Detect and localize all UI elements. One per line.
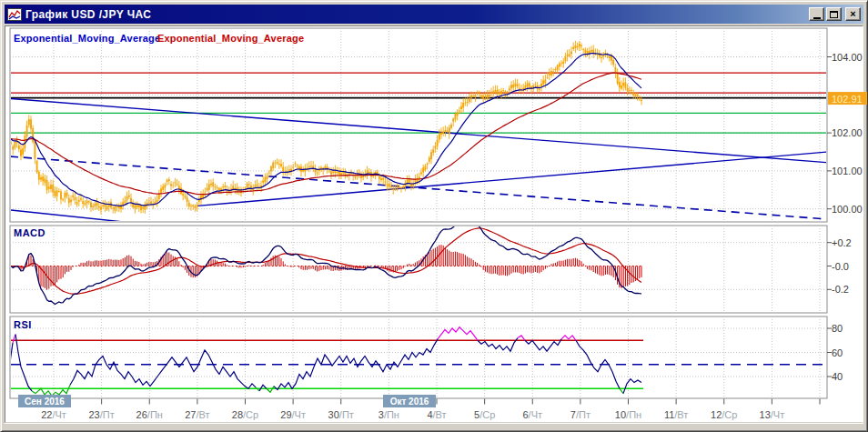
macd-axis-label: -0.0: [832, 261, 849, 272]
price-axis-label: 101.00: [832, 166, 863, 176]
date-label: 26/Пн: [136, 409, 163, 420]
date-label: 11/Вт: [664, 409, 689, 420]
date-label: 30/Пт: [328, 409, 354, 420]
chart-window: Exponential_Moving_AverageExponential_Mo…: [0, 0, 868, 432]
price-axis-label: 104.00: [832, 52, 863, 63]
price-pane[interactable]: [10, 28, 827, 222]
maximize-button[interactable]: [826, 7, 842, 21]
macd-pane-label: MACD: [14, 227, 45, 238]
maximize-icon: [830, 11, 838, 18]
date-label: 13/Чт: [760, 409, 785, 420]
rsi-axis-label: 80: [832, 323, 843, 334]
window-title: График USD /JPY ЧАС: [25, 8, 809, 21]
month-badge-label: Окт 2016: [390, 397, 429, 407]
macd-pane[interactable]: [10, 226, 827, 313]
macd-axis-label: -0.2: [832, 284, 849, 295]
date-label: 28/Ср: [232, 409, 258, 420]
time-axis-ticks: [54, 399, 820, 405]
macd-axis-label: +0.2: [832, 237, 852, 248]
current-price-label: 102.91: [832, 94, 863, 105]
legend-label: Exponential_Moving_Average: [14, 33, 160, 44]
rsi-axis-label: 60: [832, 347, 843, 358]
date-label: 23/Пт: [88, 409, 114, 420]
rsi-axis-label: 40: [832, 371, 843, 382]
close-button[interactable]: ×: [845, 7, 861, 21]
indicator-legend: Exponential_Moving_AverageExponential_Mo…: [14, 33, 304, 44]
minimize-icon: [813, 17, 821, 19]
chart-canvas[interactable]: Exponential_Moving_AverageExponential_Mo…: [1, 1, 868, 432]
date-label: 4/Вт: [427, 409, 446, 420]
price-axis-label: 100.00: [832, 204, 863, 215]
price-axis-label: 102.00: [832, 127, 863, 138]
close-icon: ×: [850, 9, 855, 19]
legend-label: Exponential_Moving_Average: [157, 33, 304, 44]
month-badge-label: Сен 2016: [25, 397, 65, 407]
date-label: 7/Пт: [570, 409, 590, 420]
date-label: 22/Чт: [41, 409, 66, 420]
date-label: 10/Пн: [615, 409, 641, 420]
window-titlebar[interactable]: График USD /JPY ЧАС ×: [5, 5, 863, 24]
date-label: 29/Чт: [280, 409, 306, 420]
date-label: 12/Ср: [711, 409, 737, 420]
rsi-pane-label: RSI: [14, 319, 32, 330]
line-chart-icon: [7, 8, 22, 21]
date-label: 5/Ср: [474, 409, 495, 420]
date-label: 6/Чт: [522, 409, 542, 420]
date-label: 27/Вт: [185, 409, 209, 420]
rsi-pane[interactable]: [10, 316, 827, 398]
date-label: 3/Пн: [378, 409, 399, 420]
minimize-button[interactable]: [809, 7, 824, 21]
price-axis: 104.00102.00101.00100.00102.91+0.2-0.0-0…: [827, 52, 868, 383]
